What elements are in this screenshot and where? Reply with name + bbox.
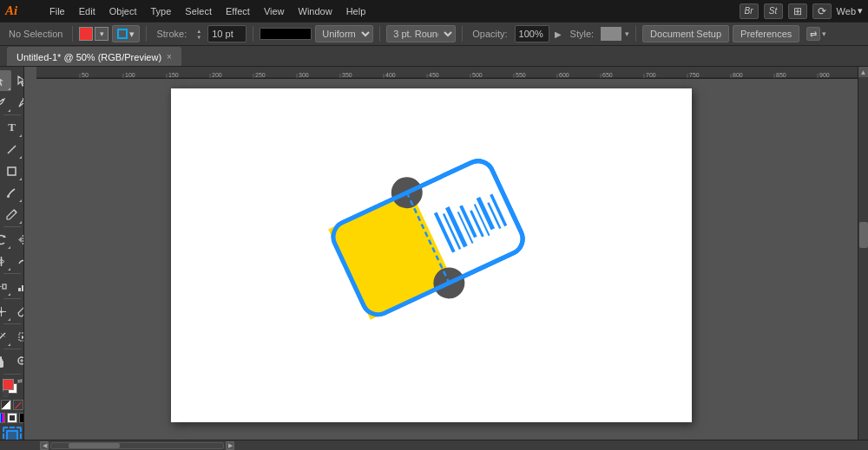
svg-text:850: 850 [776, 72, 786, 78]
color-mode-btns [0, 413, 24, 423]
line-tool[interactable] [2, 139, 23, 160]
zoom-tool[interactable] [12, 351, 24, 372]
divider-4 [379, 26, 380, 42]
divider-6 [635, 26, 636, 42]
menu-view[interactable]: View [258, 4, 291, 18]
options-bar: No Selection ▾ ▾ Stroke: ▲ ▼ Uniform 3 p… [0, 22, 868, 46]
h-scroll-track[interactable] [50, 442, 224, 449]
menu-type[interactable]: Type [145, 4, 178, 18]
blend-tool[interactable] [0, 276, 11, 297]
stroke-arrows[interactable]: ▲ ▼ [194, 25, 204, 42]
direct-select-tool[interactable] [12, 70, 24, 91]
svg-text:550: 550 [516, 72, 526, 78]
eyedropper-mode-btn[interactable] [19, 413, 25, 423]
tool-divider-4 [3, 298, 21, 299]
anchor-tool[interactable] [12, 92, 24, 113]
svg-rect-16 [18, 288, 21, 291]
tool-row-warp [0, 251, 24, 271]
svg-text:800: 800 [733, 72, 743, 78]
swap-colors-btn[interactable]: ⇄ [17, 378, 23, 385]
fill-swatch[interactable] [79, 27, 93, 41]
scroll-left-btn[interactable]: ◀ [40, 441, 49, 450]
transform-dropdown[interactable]: ▾ [822, 29, 826, 38]
stroke-type-select[interactable]: Uniform [315, 25, 373, 42]
canvas-area[interactable]: 50 100 150 200 250 300 350 400 4 [36, 67, 858, 450]
svg-marker-0 [0, 76, 3, 86]
fill-type-btn[interactable]: ▾ [95, 27, 108, 41]
default-colors-btn[interactable]: ⬛ [2, 390, 10, 397]
svg-text:100: 100 [125, 72, 135, 78]
pencil-tool[interactable] [2, 204, 23, 225]
reshape-tool[interactable] [12, 251, 24, 271]
shape-type-btn[interactable]: ▾ [112, 25, 140, 42]
stroke-width-input[interactable] [207, 25, 247, 42]
svg-point-6 [7, 195, 10, 198]
menu-help[interactable]: Help [340, 4, 372, 18]
rect-shape-icon [117, 29, 128, 39]
ticket-artwork [306, 136, 549, 336]
h-scroll-area: ◀ ▶ [40, 441, 234, 450]
menu-effect[interactable]: Effect [220, 4, 256, 18]
none-swatch-btn[interactable] [13, 400, 23, 410]
text-tool[interactable]: T [2, 117, 23, 138]
menu-file[interactable]: File [43, 4, 71, 18]
scroll-right-btn[interactable]: ▶ [226, 441, 234, 450]
rotate-tool[interactable] [0, 229, 11, 250]
stroke-style-preview[interactable] [260, 28, 312, 40]
svg-text:300: 300 [299, 72, 309, 78]
tool-row-grad [0, 301, 24, 322]
column-graph-tool[interactable] [12, 276, 24, 297]
style-swatch[interactable] [601, 27, 621, 41]
transform-icon-btn[interactable]: ⇄ [806, 27, 820, 41]
doc-setup-button[interactable]: Document Setup [642, 25, 729, 42]
sync-icon-btn[interactable]: ⟳ [812, 3, 832, 19]
eyedropper-tool[interactable] [12, 301, 24, 322]
workspace-selector[interactable]: Web ▾ [837, 5, 863, 16]
tool-row-slice [0, 326, 24, 347]
stock-icon-btn[interactable]: St [764, 3, 783, 19]
h-scroll-thumb[interactable] [69, 443, 120, 448]
menu-window[interactable]: Window [293, 4, 339, 18]
style-dropdown-arrow[interactable]: ▾ [625, 29, 629, 38]
paintbrush-tool[interactable] [2, 182, 23, 203]
mirror-tool[interactable] [12, 229, 24, 250]
preferences-button[interactable]: Preferences [733, 25, 799, 42]
svg-text:900: 900 [819, 72, 830, 78]
svg-rect-14 [3, 284, 6, 289]
shape-tool[interactable] [2, 160, 23, 181]
opacity-label: Opacity: [469, 29, 510, 39]
hand-tool[interactable] [0, 351, 11, 372]
tab-title: Untitled-1* @ 50% (RGB/Preview) [16, 52, 161, 62]
fill-color-swatch[interactable] [3, 379, 14, 390]
menu-object[interactable]: Object [103, 4, 143, 18]
tool-divider-5 [3, 323, 21, 324]
scroll-up-btn[interactable]: ▲ [858, 67, 869, 77]
scroll-track-v[interactable] [858, 77, 869, 440]
gradient-mesh-tool[interactable] [0, 301, 11, 322]
svg-line-7 [14, 210, 16, 212]
opacity-arrow[interactable]: ▶ [553, 29, 563, 39]
stroke-cap-select[interactable]: 3 pt. Round [386, 25, 456, 42]
color-mode-btn[interactable] [0, 413, 5, 423]
color-swatch-area: ⇄ ⬛ [2, 378, 23, 397]
svg-line-22 [24, 307, 25, 310]
width-tool[interactable] [0, 251, 11, 271]
bridge-icon-btn[interactable]: Br [740, 3, 759, 19]
slice-select-tool[interactable] [12, 326, 24, 347]
swatches-btn[interactable] [7, 413, 17, 423]
pen-tool[interactable] [0, 92, 11, 113]
svg-text:200: 200 [212, 72, 222, 78]
opacity-input[interactable] [515, 25, 549, 42]
scroll-thumb-v[interactable] [859, 222, 868, 248]
document-tab[interactable]: Untitled-1* @ 50% (RGB/Preview) × [7, 47, 181, 66]
tab-close-btn[interactable]: × [167, 52, 172, 62]
gradient-swatch-btn[interactable] [1, 400, 11, 410]
grid-icon-btn[interactable]: ⊞ [788, 3, 807, 19]
artboard [171, 88, 692, 422]
menu-edit[interactable]: Edit [73, 4, 102, 18]
fill-controls: ▾ [79, 27, 108, 41]
menu-select[interactable]: Select [179, 4, 218, 18]
main-layout: T [0, 67, 868, 450]
slice-tool[interactable] [0, 326, 11, 347]
select-tool[interactable] [0, 70, 11, 91]
